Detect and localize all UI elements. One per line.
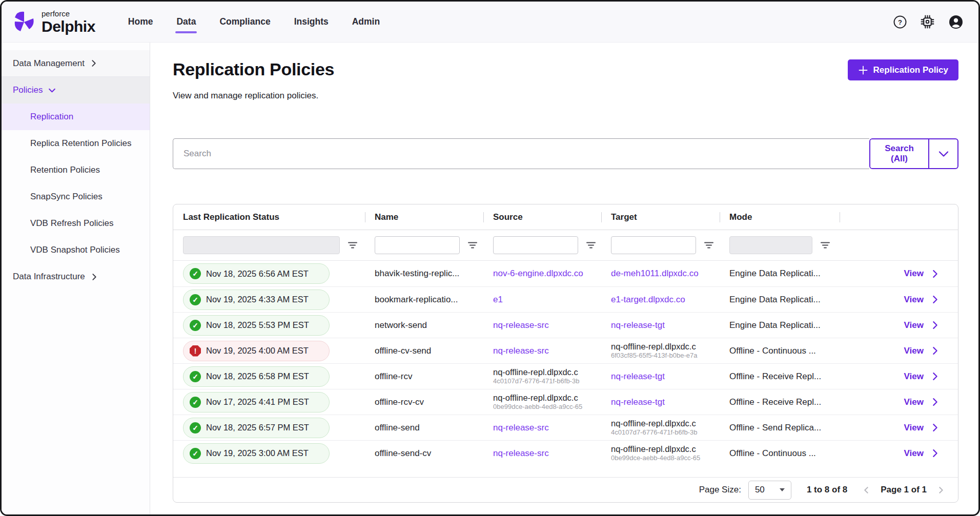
view-link[interactable]: View <box>904 448 940 459</box>
account-avatar-icon[interactable] <box>948 14 964 30</box>
view-label: View <box>904 423 924 433</box>
filter-icon[interactable] <box>586 241 596 249</box>
target-link[interactable]: de-meh1011.dlpxdc.co <box>611 269 699 278</box>
sidebar-item-policies[interactable]: Policies <box>2 77 150 104</box>
filter-icon[interactable] <box>348 241 358 249</box>
nav-item-admin[interactable]: Admin <box>352 12 380 31</box>
source-link[interactable]: nq-release-src <box>493 423 549 432</box>
svg-text:?: ? <box>898 18 902 26</box>
sidebar-item-retention-policies[interactable]: Retention Policies <box>2 157 150 183</box>
status-date: Nov 18, 2025 6:57 PM EST <box>206 423 309 432</box>
target-cell: nq-offline-repl.dlpxdc.c 6f03cf85-65f5-4… <box>601 342 720 359</box>
view-link[interactable]: View <box>904 295 940 305</box>
help-icon[interactable]: ? <box>893 15 907 29</box>
sidebar-item-vdb-snapshot-policies[interactable]: VDB Snapshot Policies <box>2 237 150 263</box>
nav-item-insights[interactable]: Insights <box>294 12 329 31</box>
filter-icon[interactable] <box>704 241 714 249</box>
target-link[interactable]: nq-release-tgt <box>611 371 665 381</box>
target-link[interactable]: nq-release-tgt <box>611 320 665 330</box>
policy-name: network-send <box>375 320 427 330</box>
view-link[interactable]: View <box>904 346 940 356</box>
policy-name: bhavik-testing-replic... <box>375 269 459 278</box>
chevron-right-icon <box>931 398 940 406</box>
column-header-name[interactable]: Name <box>365 204 483 230</box>
column-header-status[interactable]: Last Replication Status <box>173 204 365 230</box>
nav-item-data[interactable]: Data <box>176 12 196 31</box>
table-row[interactable]: Nov 19, 2025 4:00 AM EST offline-cv-send… <box>173 338 958 363</box>
sidebar-item-label: Replication <box>30 112 73 122</box>
actions-cell: View <box>840 397 958 407</box>
mode-cell: Offline - Continuous ... <box>720 448 840 459</box>
target-link[interactable]: e1-target.dlpxdc.co <box>611 295 685 304</box>
view-link[interactable]: View <box>904 371 940 382</box>
view-link[interactable]: View <box>904 269 940 279</box>
page-title: Replication Policies <box>173 59 334 79</box>
search-scope-dropdown[interactable] <box>928 139 957 168</box>
add-replication-policy-button[interactable]: Replication Policy <box>848 59 958 80</box>
sidebar-item-label: Data Infrastructure <box>13 272 85 282</box>
status-badge: Nov 19, 2025 3:00 AM EST <box>183 443 330 464</box>
view-link[interactable]: View <box>904 397 940 407</box>
page-size-select[interactable]: 50 <box>748 481 791 500</box>
view-link[interactable]: View <box>904 423 940 433</box>
source-link[interactable]: e1 <box>493 295 503 304</box>
table-row[interactable]: Nov 18, 2025 5:53 PM EST network-send nq… <box>173 312 958 338</box>
column-header-mode[interactable]: Mode <box>720 204 840 230</box>
sidebar-item-replica-retention-policies[interactable]: Replica Retention Policies <box>2 130 150 157</box>
status-date: Nov 18, 2025 5:53 PM EST <box>206 320 309 330</box>
view-link[interactable]: View <box>904 320 940 331</box>
next-page-icon[interactable] <box>937 486 945 494</box>
sidebar-item-data-infrastructure[interactable]: Data Infrastructure <box>2 263 150 290</box>
search-bar: Search (All) <box>173 138 958 169</box>
sidebar-item-replication[interactable]: Replication <box>2 104 150 130</box>
search-input[interactable] <box>173 138 869 169</box>
source-id: 0be99dce-aebb-4ed8-a9cc-65 <box>493 403 601 410</box>
source-link[interactable]: nq-release-src <box>493 346 549 356</box>
table-filter-row <box>173 230 958 261</box>
mode-cell: Offline - Receive Repl... <box>720 371 840 382</box>
column-header-actions <box>840 204 958 230</box>
table-row[interactable]: Nov 18, 2025 6:57 PM EST offline-send nq… <box>173 415 958 440</box>
policy-name: bookmark-replicatio... <box>375 295 458 304</box>
actions-cell: View <box>840 448 958 459</box>
page-indicator: Page 1 of 1 <box>881 485 927 495</box>
target-link[interactable]: nq-release-tgt <box>611 397 665 407</box>
mode-cell: Engine Data Replicati... <box>720 320 840 331</box>
sidebar-item-snapsync-policies[interactable]: SnapSync Policies <box>2 183 150 210</box>
table-row[interactable]: Nov 19, 2025 4:33 AM EST bookmark-replic… <box>173 286 958 312</box>
status-date: Nov 19, 2025 3:00 AM EST <box>206 448 309 458</box>
table-row[interactable]: Nov 18, 2025 6:58 PM EST offline-rcv nq-… <box>173 363 958 389</box>
search-button-line2: (All) <box>891 154 908 164</box>
target-filter-input[interactable] <box>611 236 696 254</box>
search-all-button[interactable]: Search (All) <box>870 139 928 168</box>
source-link[interactable]: nq-release-src <box>493 448 549 458</box>
column-header-target[interactable]: Target <box>601 204 720 230</box>
previous-page-icon[interactable] <box>863 486 870 494</box>
settings-chip-icon[interactable] <box>920 14 935 30</box>
status-icon <box>190 422 201 434</box>
source-link[interactable]: nov-6-engine.dlpxdc.co <box>493 269 583 278</box>
column-header-source[interactable]: Source <box>483 204 601 230</box>
source-cell: nov-6-engine.dlpxdc.co <box>483 269 601 279</box>
brand-logo[interactable]: perforce Delphix <box>11 9 95 35</box>
chevron-right-icon <box>931 372 940 381</box>
name-filter-input[interactable] <box>375 236 460 254</box>
sidebar-item-data-management[interactable]: Data Management <box>2 50 150 77</box>
nav-item-home[interactable]: Home <box>128 12 153 31</box>
source-filter-input[interactable] <box>493 236 578 254</box>
page-size-value: 50 <box>755 485 765 495</box>
filter-icon[interactable] <box>467 241 478 249</box>
filter-icon[interactable] <box>820 241 830 249</box>
status-icon <box>190 345 201 357</box>
nav-item-compliance[interactable]: Compliance <box>219 12 270 31</box>
app-window: perforce Delphix HomeDataComplianceInsig… <box>0 0 980 516</box>
table-row[interactable]: Nov 18, 2025 6:56 AM EST bhavik-testing-… <box>173 261 958 286</box>
actions-cell: View <box>840 295 958 305</box>
table-row[interactable]: Nov 17, 2025 4:41 PM EST offline-rcv-cv … <box>173 389 958 415</box>
table-row[interactable]: Nov 19, 2025 3:00 AM EST offline-send-cv… <box>173 440 958 466</box>
status-badge: Nov 18, 2025 6:58 PM EST <box>183 366 330 387</box>
source-link[interactable]: nq-release-src <box>493 320 549 330</box>
sidebar-item-vdb-refresh-policies[interactable]: VDB Refresh Policies <box>2 210 150 237</box>
target-name: nq-offline-repl.dlpxdc.c <box>611 419 720 428</box>
mode-cell: Offline - Receive Repl... <box>720 397 840 407</box>
